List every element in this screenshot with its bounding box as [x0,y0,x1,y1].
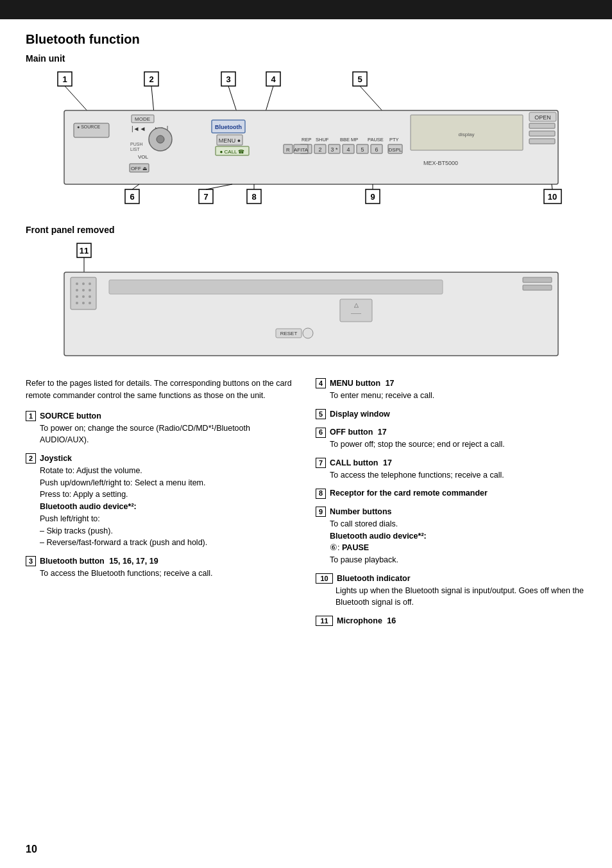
item-3-content: To access the Bluetooth functions; recei… [40,568,296,580]
svg-point-90 [82,289,85,291]
svg-text:4: 4 [346,146,350,153]
item-10-num: 10 [316,573,333,584]
svg-point-25 [157,135,164,143]
svg-text:AFITA: AFITA [294,147,309,153]
item-2-title: 2 Joystick [26,453,296,465]
item-4-content: To enter menu; receive a call. [330,390,586,402]
svg-text:11: 11 [80,246,89,256]
svg-text:2: 2 [149,74,153,84]
svg-text:RESET: RESET [280,331,298,336]
svg-point-91 [89,289,91,291]
sub-title-front: Front panel removed [26,225,586,235]
item-4-ref: 17 [383,378,394,390]
item-3-bluetooth: 3 Bluetooth button 15, 16, 17, 19 To acc… [26,555,296,580]
svg-line-80 [552,184,552,189]
section-title: Bluetooth function [26,32,586,47]
item-3-label: Bluetooth button [40,555,105,568]
content-area: Bluetooth function Main unit 1 2 3 [0,19,612,647]
svg-text:display: display [459,132,475,137]
item-7-num: 7 [316,458,326,468]
svg-text:6: 6 [130,192,134,202]
front-panel-section: Front panel removed 11 [26,225,586,367]
svg-text:DSPL: DSPL [389,147,402,153]
svg-text:6: 6 [375,146,378,153]
svg-point-92 [76,295,78,298]
page-number: 10 [26,844,37,855]
item-1-num: 1 [26,411,36,421]
svg-text:PUSH: PUSH [130,142,142,146]
item-11-num: 11 [316,616,333,626]
item-11-title: 11 Microphone 16 [316,615,586,627]
svg-text:SHUF: SHUF [316,137,329,143]
svg-text:|◄◄: |◄◄ [132,125,146,132]
item-1-source: 1 SOURCE button To power on; change the … [26,410,296,446]
svg-text:△: △ [354,302,359,308]
svg-rect-98 [109,280,443,294]
sub-title-main: Main unit [26,53,586,64]
svg-text:● CALL ☎: ● CALL ☎ [220,149,245,155]
svg-text:8: 8 [251,192,256,202]
item-6-label: OFF button [330,426,373,438]
page-container: Bluetooth function Main unit 1 2 3 [0,0,612,868]
item-8-title: 8 Receptor for the card remote commander [316,487,586,499]
svg-point-86 [76,282,78,285]
svg-text:R: R [286,147,290,153]
svg-line-11 [151,86,154,114]
item-4-menu: 4 MENU button 17 To enter menu; receive … [316,378,586,402]
svg-point-87 [82,282,85,285]
item-2-label: Joystick [40,453,72,465]
desc-left-column: Refer to the pages listed for details. T… [26,378,296,634]
item-6-off: 6 OFF button 17 To power off; stop the s… [316,426,586,451]
item-9-label: Number buttons [330,506,392,518]
item-6-content: To power off; stop the source; end or re… [330,438,586,451]
item-2-joystick: 2 Joystick Rotate to: Adjust the volume.… [26,453,296,549]
svg-point-89 [76,289,78,291]
svg-text:MODE: MODE [135,116,150,122]
item-8-receptor: 8 Receptor for the card remote commander [316,487,586,499]
svg-text:2: 2 [318,146,321,153]
svg-point-88 [89,282,91,285]
svg-point-104 [303,328,313,338]
item-10-content: Lights up when the Bluetooth signal is i… [336,585,586,609]
item-7-call: 7 CALL button 17 To access the telephone… [316,457,586,482]
item-6-num: 6 [316,428,326,438]
svg-line-76 [132,184,139,189]
item-7-ref: 17 [380,457,391,469]
svg-line-77 [206,184,232,189]
item-9-number: 9 Number buttons To call stored dials. B… [316,506,586,566]
item-3-num: 3 [26,556,36,566]
item-10-bt-indicator: 10 Bluetooth indicator Lights up when th… [316,573,586,609]
svg-text:10: 10 [548,192,557,202]
svg-point-94 [89,295,91,298]
svg-text:3 *: 3 * [330,146,338,153]
item-8-num: 8 [316,489,326,499]
main-unit-svg-wrapper: 1 2 3 4 5 [26,69,586,218]
item-2-num: 2 [26,453,36,464]
svg-rect-106 [523,285,552,290]
item-10-label: Bluetooth indicator [337,573,411,585]
item-9-title: 9 Number buttons [316,506,586,518]
svg-text:LIST: LIST [130,147,140,152]
item-5-display: 5 Display window [316,408,586,421]
item-4-num: 4 [316,378,326,388]
item-3-ref: 15, 16, 17, 19 [107,555,158,568]
item-7-title: 7 CALL button 17 [316,457,586,469]
svg-rect-85 [71,277,96,309]
item-1-title: 1 SOURCE button [26,410,296,422]
main-unit-svg: 1 2 3 4 5 [26,69,584,216]
main-unit-diagram: Main unit 1 2 3 4 [26,53,586,218]
svg-text:4: 4 [271,74,276,84]
item-2-content: Rotate to: Adjust the volume. Push up/do… [40,465,296,549]
intro-text: Refer to the pages listed for details. T… [26,378,296,403]
description-columns: Refer to the pages listed for details. T… [26,378,586,634]
item-4-label: MENU button [330,378,380,390]
svg-text:MENU ●: MENU ● [219,137,241,144]
svg-text:OPEN: OPEN [534,114,551,121]
front-panel-svg-wrapper: 11 [26,240,586,367]
svg-text:VOL: VOL [138,154,149,160]
item-11-mic: 11 Microphone 16 [316,615,586,627]
svg-point-95 [76,302,78,304]
item-10-title: 10 Bluetooth indicator [316,573,586,585]
svg-text:7: 7 [203,192,208,202]
svg-text:REP: REP [302,137,311,143]
